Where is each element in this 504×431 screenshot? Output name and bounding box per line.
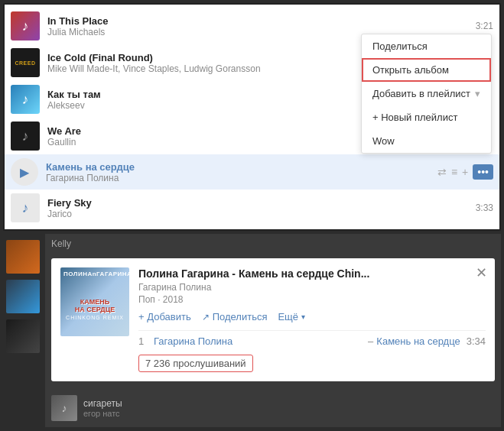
album-track-duration: 3:34 — [467, 335, 486, 347]
album-track-num: 1 — [138, 335, 154, 347]
track-title-in-this-place: In This Place — [47, 15, 470, 27]
sidebar-thumb-2[interactable] — [6, 280, 40, 313]
dark-thumb-sig — [51, 395, 77, 421]
dark-track-title-sigarety: сигареты — [83, 398, 495, 409]
left-sidebar — [3, 234, 45, 427]
add-icon[interactable]: + — [462, 166, 468, 178]
track-thumb-we-are — [11, 122, 40, 151]
album-art[interactable]: КАМЕНЬНА СЕРДЦЕ CHINKONG REMIX — [60, 267, 129, 336]
album-track-separator: – — [368, 335, 373, 347]
album-details: Полина Гагарина - Камень на сердце Chin.… — [138, 267, 486, 372]
context-menu-add-to-playlist[interactable]: Добавить в плейлист ▾ — [362, 82, 491, 105]
album-track-row[interactable]: 1 Гагарина Полина – Камень на сердце 3:3… — [138, 330, 486, 352]
context-menu-open-album[interactable]: Открыть альбом — [362, 58, 491, 82]
top-track-list: In This Place Julia Michaels 3:21 Ice Co… — [3, 3, 501, 231]
sidebar-thumb-3[interactable] — [6, 319, 40, 353]
more-button[interactable]: Ещё ▾ — [278, 311, 305, 322]
track-thumb-kamen — [11, 158, 38, 186]
track-title-kamen: Камень на сердце — [46, 161, 431, 173]
repeat-icon[interactable]: ≡ — [451, 166, 457, 178]
album-track-name: Камень на сердце — [376, 335, 460, 347]
track-artist-kamen: Гагарина Полина — [46, 173, 431, 183]
album-title: Полина Гагарина - Камень на сердце Chin.… — [138, 267, 486, 280]
track-artist-fiery-sky: Jarico — [47, 209, 470, 219]
track-thumb-in-this-place — [11, 11, 40, 41]
album-art-text: КАМЕНЬНА СЕРДЦЕ — [75, 299, 115, 314]
track-thumb-kak-ty-tam — [11, 85, 40, 114]
album-actions: + Добавить ↗ Поделиться Ещё ▾ — [138, 311, 486, 322]
context-menu-wow[interactable]: Wow — [362, 129, 491, 153]
context-menu: Поделиться Открыть альбом Добавить в пле… — [361, 34, 492, 154]
play-count-badge: 7 236 прослушиваний — [138, 355, 253, 372]
dark-track-info-sigarety: сигареты егор натс — [83, 398, 495, 418]
track-duration-fiery-sky: 3:33 — [476, 203, 493, 213]
chevron-right-icon: ▾ — [475, 88, 480, 99]
bottom-section: Kelly ✕ КАМЕНЬНА СЕРДЦЕ CHINKONG REMIX П… — [3, 234, 501, 427]
more-icon[interactable]: ••• — [473, 164, 493, 180]
share-button[interactable]: ↗ Поделиться — [202, 311, 268, 322]
bottom-row: Kelly ✕ КАМЕНЬНА СЕРДЦЕ CHINKONG REMIX П… — [3, 234, 501, 427]
track-duration-in-this-place: 3:21 — [476, 21, 493, 31]
add-button[interactable]: + Добавить — [138, 311, 191, 322]
share-icon: ↗ — [202, 312, 210, 322]
album-artist: Гагарина Полина — [138, 282, 486, 293]
track-info-fiery-sky: Fiery Sky Jarico — [47, 197, 470, 219]
kelly-label: Kelly — [45, 234, 501, 251]
chevron-down-icon: ▾ — [301, 313, 305, 321]
dark-track-artist-sigarety: егор натс — [83, 409, 495, 418]
album-art-inner: КАМЕНЬНА СЕРДЦЕ CHINKONG REMIX — [60, 267, 129, 336]
track-title-fiery-sky: Fiery Sky — [47, 197, 470, 209]
track-actions-kamen: ⇄ ≡ + ••• — [437, 164, 493, 180]
context-menu-share[interactable]: Поделиться — [362, 34, 491, 58]
track-item-kamen[interactable]: Камень на сердце Гагарина Полина ⇄ ≡ + •… — [5, 154, 499, 190]
album-popup: ✕ КАМЕНЬНА СЕРДЦЕ CHINKONG REMIX Полина … — [51, 258, 495, 381]
track-item-fiery-sky[interactable]: Fiery Sky Jarico 3:33 — [5, 190, 499, 226]
sidebar-thumb-1[interactable] — [6, 240, 40, 274]
album-genre-year: Поп · 2018 — [138, 294, 486, 305]
bottom-main: Kelly ✕ КАМЕНЬНА СЕРДЦЕ CHINKONG REMIX П… — [45, 234, 501, 427]
album-popup-content: КАМЕНЬНА СЕРДЦЕ CHINKONG REMIX Полина Га… — [60, 267, 486, 372]
album-track-artist: Гагарина Полина — [154, 335, 365, 347]
close-icon[interactable]: ✕ — [476, 266, 487, 280]
context-menu-new-playlist[interactable]: + Новый плейлист — [362, 105, 491, 129]
track-thumb-ice-cold — [11, 48, 40, 77]
album-art-sub: CHINKONG REMIX — [66, 315, 124, 320]
dark-track-sigarety[interactable]: сигареты егор натс — [51, 392, 495, 424]
track-info-kamen: Камень на сердце Гагарина Полина — [46, 161, 431, 183]
shuffle-icon[interactable]: ⇄ — [437, 166, 447, 178]
track-thumb-fiery-sky — [11, 193, 40, 222]
dark-track-list: сигареты егор натс — [45, 389, 501, 427]
